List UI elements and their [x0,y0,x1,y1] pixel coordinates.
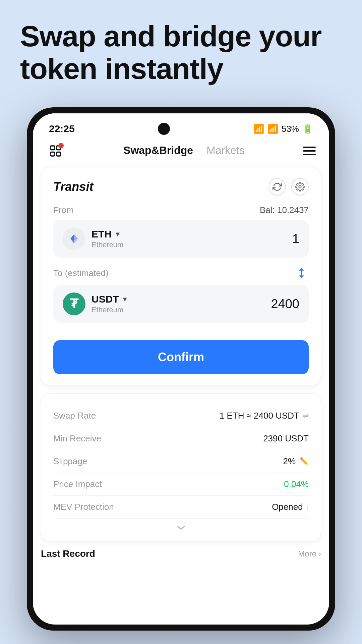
to-section-header: To (estimated) [53,266,309,280]
see-more-button[interactable]: More › [298,549,321,558]
refresh-button[interactable] [268,178,286,196]
eth-token-name: ETH ▼ Ethereum [92,228,123,249]
tab-swap-bridge[interactable]: Swap&Bridge [123,144,193,158]
hamburger-line [303,147,316,148]
usdt-token-name: USDT ▼ Ethereum [92,293,128,314]
min-receive-value: 2390 USDT [263,433,309,444]
eth-symbol: ETH ▼ [92,228,123,240]
phone-frame: 22:25 📶 📶 53% 🔋 Swap&Bridge [27,107,335,631]
gear-icon [295,182,305,192]
background-headline: Swap and bridge your token instantly [20,20,342,85]
eth-token-info: ETH ▼ Ethereum [63,227,123,250]
eth-amount[interactable]: 1 [292,232,299,246]
status-time: 22:25 [49,123,75,135]
to-label: To (estimated) [53,268,109,278]
from-token-row[interactable]: ETH ▼ Ethereum 1 [53,220,309,258]
up-down-arrows-icon [294,266,309,280]
eth-chain: Ethereum [92,240,123,249]
last-record-label: Last Record [41,548,95,559]
headline-line1: Swap and bridge your [20,19,321,53]
usdt-chain: Ethereum [92,306,128,314]
nav-tabs: Swap&Bridge Markets [123,144,245,158]
menu-button[interactable] [303,147,316,155]
swap-details-card: Swap Rate 1 ETH ≈ 2400 USDT ⇌ Min Receiv… [41,393,321,542]
price-impact-label: Price Impact [53,479,102,489]
price-impact-value: 0.04% [284,479,309,489]
mev-value: Opened › [272,502,309,512]
from-section-header: From Bal: 10.2437 [53,205,309,215]
refresh-icon [273,182,282,192]
usdt-dropdown-arrow: ▼ [122,296,128,303]
eth-dropdown-arrow: ▼ [114,230,121,238]
last-record-section: Last Record More › [41,548,321,559]
slippage-label: Slippage [53,456,87,467]
notifications-button[interactable] [46,142,65,160]
usdt-symbol-icon: ₮ [70,297,78,311]
eth-icon [67,231,81,246]
card-header: Transit [53,178,309,196]
confirm-button[interactable]: Confirm [53,340,309,374]
status-bar: 22:25 📶 📶 53% 🔋 [33,113,329,138]
slippage-value[interactable]: 2% ✏️ [283,456,309,467]
mev-chevron-icon: › [306,503,309,512]
edit-slippage-icon: ✏️ [300,457,309,466]
swap-rate-row: Swap Rate 1 ETH ≈ 2400 USDT ⇌ [53,405,309,427]
usdt-amount: 2400 [271,297,299,311]
price-impact-row: Price Impact 0.04% [53,473,309,496]
wifi-icon: 📶 [253,124,264,134]
see-more-chevron-icon: › [318,549,321,558]
chevron-down-icon [176,524,186,531]
battery-icon: 🔋 [302,124,313,134]
collapse-arrow[interactable] [53,524,309,531]
hamburger-line [303,150,316,152]
signal-icon: 📶 [267,124,278,134]
min-receive-row: Min Receive 2390 USDT [53,427,309,450]
swap-direction-section: To (estimated) [53,266,309,280]
usdt-token-icon: ₮ [63,292,85,315]
usdt-token-info: ₮ USDT ▼ Ethereum [63,292,128,315]
status-icons: 📶 📶 53% 🔋 [253,124,313,134]
notification-badge [58,143,64,148]
tab-markets[interactable]: Markets [206,144,245,158]
settings-button[interactable] [291,178,309,196]
swap-direction-button[interactable] [294,266,309,280]
transit-logo: Transit [53,180,93,194]
to-token-row[interactable]: ₮ USDT ▼ Ethereum 2400 [53,285,309,323]
swap-rate-value: 1 ETH ≈ 2400 USDT ⇌ [220,411,309,421]
svg-point-4 [299,186,301,188]
from-label: From [53,205,74,215]
balance-display: Bal: 10.2437 [260,205,309,215]
swap-card: Transit [41,167,321,385]
slippage-row: Slippage 2% ✏️ [53,450,309,473]
svg-rect-0 [51,146,55,150]
mev-label: MEV Protection [53,502,114,512]
svg-rect-3 [57,152,61,156]
mev-protection-row[interactable]: MEV Protection Opened › [53,496,309,519]
battery-text: 53% [282,124,299,134]
svg-rect-2 [51,152,55,156]
phone-screen: 22:25 📶 📶 53% 🔋 Swap&Bridge [33,113,329,625]
card-actions [268,178,309,196]
camera-notch [158,123,170,135]
hamburger-line [303,154,316,155]
min-receive-label: Min Receive [53,433,101,444]
swap-rate-label: Swap Rate [53,411,96,421]
swap-arrows-icon: ⇌ [303,412,309,420]
eth-token-icon [63,227,85,250]
usdt-symbol: USDT ▼ [92,293,128,305]
top-nav: Swap&Bridge Markets [33,138,329,167]
headline-line2: token instantly [20,52,223,85]
